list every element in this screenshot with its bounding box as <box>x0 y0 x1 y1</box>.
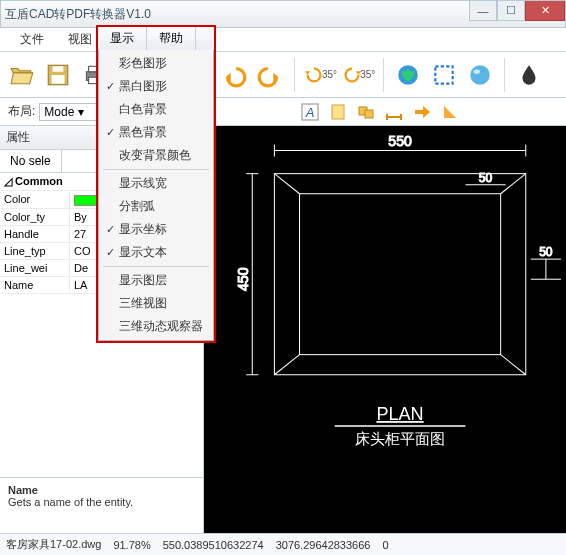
dim-top: 550 <box>388 133 412 149</box>
property-tab-noselection[interactable]: No sele <box>0 150 62 172</box>
dd-show-coords[interactable]: ✓显示坐标 <box>99 218 213 241</box>
status-zoom: 91.78% <box>113 539 150 551</box>
description-title: Name <box>8 484 195 496</box>
status-coord3: 0 <box>382 539 388 551</box>
angle-tool[interactable] <box>439 101 461 123</box>
app-title: 互盾CAD转PDF转换器V1.0 <box>5 6 151 23</box>
dimension-tool[interactable] <box>383 101 405 123</box>
dd-show-layers[interactable]: 显示图层 <box>99 269 213 292</box>
menu-view[interactable]: 视图 <box>56 29 104 50</box>
description-text: Gets a name of the entity. <box>8 496 195 508</box>
open-button[interactable] <box>6 57 38 93</box>
rotate-right-button[interactable]: 35° <box>341 64 375 86</box>
dim-inner-top: 50 <box>479 171 493 185</box>
close-button[interactable]: ✕ <box>525 1 565 21</box>
toolbar-divider <box>504 58 505 92</box>
globe-button[interactable] <box>392 57 424 93</box>
prop-colortype-key: Color_ty <box>0 209 70 225</box>
menu-help[interactable]: 帮助 <box>147 27 196 50</box>
undo-icon <box>221 62 247 88</box>
svg-rect-22 <box>274 174 525 375</box>
arrow-right-icon <box>413 103 431 121</box>
highlight-tool[interactable] <box>327 101 349 123</box>
drawing-canvas[interactable]: 550 50 50 4 <box>204 126 566 533</box>
svg-rect-1 <box>53 66 64 71</box>
svg-line-26 <box>501 355 526 375</box>
text-tool[interactable]: A <box>299 101 321 123</box>
rotate-left-button[interactable]: 35° <box>303 64 337 86</box>
dim-right: 50 <box>539 245 553 259</box>
sphere-icon <box>467 62 493 88</box>
svg-rect-27 <box>300 194 501 355</box>
plan-label: PLAN <box>376 404 423 424</box>
window-controls: — ☐ ✕ <box>469 1 565 21</box>
redo-icon <box>257 62 283 88</box>
prop-color-key: Color <box>0 191 70 208</box>
undo-button[interactable] <box>218 57 250 93</box>
svg-rect-18 <box>365 110 373 118</box>
angle-left-label: 35° <box>322 69 337 80</box>
folder-open-icon <box>9 62 35 88</box>
menu-file[interactable]: 文件 <box>8 29 56 50</box>
toolbar-divider <box>294 58 295 92</box>
toolbar-main: 35° 35° <box>0 52 566 98</box>
floppy-icon <box>45 62 71 88</box>
dimension-icon <box>385 103 403 121</box>
svg-point-13 <box>474 69 481 73</box>
dd-white-bg[interactable]: 白色背景 <box>99 98 213 121</box>
svg-line-25 <box>274 355 299 375</box>
svg-rect-16 <box>332 105 344 119</box>
svg-rect-11 <box>436 66 453 83</box>
status-file: 客房家具17-02.dwg <box>6 537 101 552</box>
dashed-rect-icon <box>431 62 457 88</box>
statusbar: 客房家具17-02.dwg 91.78% 550.0389510632274 3… <box>0 533 566 555</box>
status-coord1: 550.0389510632274 <box>163 539 264 551</box>
sphere-button[interactable] <box>464 57 496 93</box>
svg-line-24 <box>501 174 526 194</box>
globe-icon <box>395 62 421 88</box>
drop-icon <box>516 62 542 88</box>
toolbar-divider <box>383 58 384 92</box>
svg-line-23 <box>274 174 299 194</box>
svg-rect-2 <box>52 75 65 84</box>
prop-linetype-key: Line_typ <box>0 243 70 259</box>
minimize-button[interactable]: — <box>469 1 497 21</box>
dd-3d-view[interactable]: 三维视图 <box>99 292 213 315</box>
maximize-button[interactable]: ☐ <box>497 1 525 21</box>
angle-icon <box>441 103 459 121</box>
select-button[interactable] <box>428 57 460 93</box>
prop-handle-key: Handle <box>0 226 70 242</box>
redo-button[interactable] <box>254 57 286 93</box>
status-coord2: 3076.29642833666 <box>276 539 371 551</box>
dd-show-text[interactable]: ✓显示文本 <box>99 241 213 264</box>
save-button[interactable] <box>42 57 74 93</box>
dim-left: 450 <box>235 267 251 291</box>
titlebar: 互盾CAD转PDF转换器V1.0 — ☐ ✕ <box>0 0 566 28</box>
dd-show-lineweight[interactable]: 显示线宽 <box>99 172 213 195</box>
dd-black-bg[interactable]: ✓黑色背景 <box>99 121 213 144</box>
svg-text:A: A <box>304 105 314 120</box>
angle-right-label: 35° <box>360 69 375 80</box>
group-tool[interactable] <box>355 101 377 123</box>
dd-bw-graphics[interactable]: ✓黑白图形 <box>99 75 213 98</box>
layout-select[interactable]: Mode ▾ <box>39 103 98 121</box>
ink-button[interactable] <box>513 57 545 93</box>
prop-lineweight-key: Line_wei <box>0 260 70 276</box>
dd-3d-orbit[interactable]: 三维动态观察器 <box>99 315 213 338</box>
display-dropdown: 彩色图形 ✓黑白图形 白色背景 ✓黑色背景 改变背景颜色 显示线宽 分割弧 ✓显… <box>98 50 214 341</box>
layout-label: 布局: <box>0 103 35 120</box>
property-panel-title: 属性 <box>6 129 30 146</box>
description-panel: Name Gets a name of the entity. <box>0 477 203 533</box>
prop-name-key: Name <box>0 277 70 293</box>
svg-point-12 <box>471 65 491 85</box>
group-icon <box>357 103 375 121</box>
arrow-tool[interactable] <box>411 101 433 123</box>
dd-split-arc[interactable]: 分割弧 <box>99 195 213 218</box>
plan-subtitle: 床头柜平面图 <box>355 430 445 447</box>
menubar: 文件 视图 <box>0 28 566 52</box>
menu-display[interactable]: 显示 <box>98 27 147 50</box>
dd-change-bg-color[interactable]: 改变背景颜色 <box>99 144 213 167</box>
highlight-box: 显示 帮助 彩色图形 ✓黑白图形 白色背景 ✓黑色背景 改变背景颜色 显示线宽 … <box>96 25 216 343</box>
letter-a-icon: A <box>301 103 319 121</box>
dd-color-graphics[interactable]: 彩色图形 <box>99 52 213 75</box>
